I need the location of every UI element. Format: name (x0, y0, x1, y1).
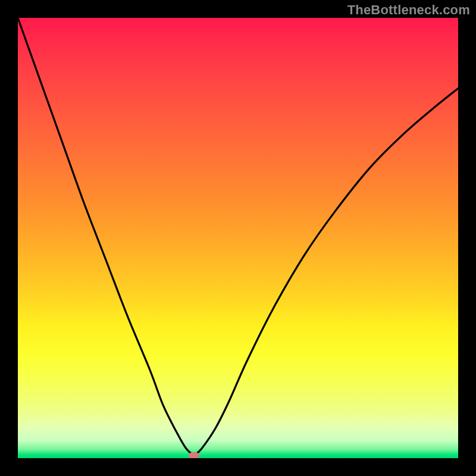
chart-frame: TheBottleneck.com (0, 0, 476, 476)
min-marker (189, 452, 199, 458)
bottleneck-curve (18, 18, 458, 455)
watermark-text: TheBottleneck.com (347, 2, 470, 18)
plot-area (18, 18, 458, 458)
curve-layer (18, 18, 458, 458)
